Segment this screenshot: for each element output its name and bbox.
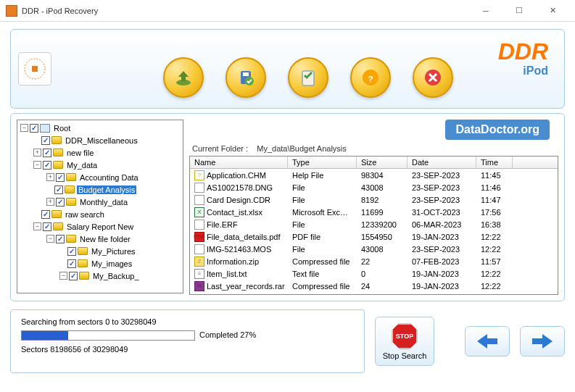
stop-search-button[interactable]: STOP Stop Search	[375, 317, 434, 366]
help-icon: ?	[194, 170, 204, 180]
tree-node[interactable]: −✓My_data	[19, 159, 181, 171]
tree-node[interactable]: −✓New file folder	[19, 233, 181, 245]
options-button[interactable]	[288, 57, 328, 98]
table-row[interactable]: File.ERFFile1233920006-MAR-202316:38	[190, 218, 558, 230]
col-time[interactable]: Time	[476, 157, 513, 168]
tree-checkbox[interactable]: ✓	[30, 124, 38, 133]
tree-label[interactable]: My_Pictures	[90, 247, 137, 256]
tree-expander[interactable]: −	[59, 272, 67, 280]
table-row[interactable]: AS10021578.DNGFile4300823-SEP-202311:46	[190, 181, 558, 193]
tree-checkbox[interactable]: ✓	[43, 161, 51, 170]
maximize-button[interactable]: ☐	[502, 0, 536, 22]
window-title: DDR - iPod Recovery	[22, 7, 469, 15]
file-type: File	[288, 183, 357, 192]
tree-label[interactable]: My_Backup_	[91, 272, 141, 280]
minimize-button[interactable]: ─	[469, 0, 502, 22]
bottom-panel: Searching from sectors 0 to 30298049 Com…	[10, 309, 565, 374]
tree-expander[interactable]: −	[33, 161, 41, 169]
tree-expander[interactable]: +	[46, 173, 54, 181]
tree-node[interactable]: +✓Monthly_data	[19, 196, 181, 208]
tree-expander[interactable]: −	[46, 235, 54, 243]
tree-label[interactable]: Salary Report New	[65, 222, 135, 231]
file-list[interactable]: Name Type Size Date Time ?Application.CH…	[189, 156, 558, 295]
stop-icon: STOP	[392, 323, 418, 349]
folder-tree[interactable]: −✓Root✓DDR_Miscellaneous+✓new file−✓My_d…	[17, 120, 183, 293]
progress-sectors: Sectors 8198656 of 30298049	[21, 345, 354, 354]
help-button[interactable]: ?	[350, 57, 391, 98]
folder-icon	[65, 185, 75, 193]
tree-node[interactable]: +✓new file	[19, 146, 181, 159]
rar-icon: R	[194, 281, 204, 291]
file-time: 12:22	[476, 282, 513, 291]
main-panel: −✓Root✓DDR_Miscellaneous+✓new file−✓My_d…	[10, 113, 565, 301]
folder-icon	[78, 259, 88, 267]
col-size[interactable]: Size	[357, 157, 408, 168]
tree-label[interactable]: My_images	[90, 259, 133, 268]
table-row[interactable]: ?Application.CHMHelp File9830423-SEP-202…	[190, 169, 558, 181]
table-row[interactable]: ZInformation.zipCompressed file2207-FEB-…	[190, 255, 558, 267]
file-name: Item_list.txt	[207, 270, 247, 278]
tree-label[interactable]: New file folder	[78, 235, 132, 243]
close-button[interactable]: ✕	[536, 0, 569, 22]
tree-node[interactable]: ✓DDR_Miscellaneous	[19, 134, 181, 146]
tree-checkbox[interactable]: ✓	[69, 272, 78, 280]
tree-label[interactable]: Root	[52, 124, 72, 133]
folder-icon	[53, 161, 63, 169]
tree-checkbox[interactable]: ✓	[43, 149, 51, 157]
table-row[interactable]: ≡Item_list.txtText file019-JAN-202312:22	[190, 267, 558, 280]
tree-node[interactable]: ✓raw search	[19, 208, 181, 220]
tree-checkbox[interactable]: ✓	[41, 210, 50, 219]
next-button[interactable]	[520, 326, 565, 356]
col-name[interactable]: Name	[190, 157, 288, 168]
cancel-button[interactable]	[413, 57, 453, 98]
col-date[interactable]: Date	[408, 157, 476, 168]
table-row[interactable]: IMG-521463.MOSFile4300823-SEP-202312:22	[190, 243, 558, 255]
file-time: 11:47	[476, 196, 513, 204]
file-date: 07-FEB-2023	[408, 257, 476, 266]
tree-label[interactable]: Accounting Data	[78, 173, 140, 182]
tree-checkbox[interactable]: ✓	[54, 185, 63, 194]
computer-icon	[40, 124, 50, 133]
tree-node[interactable]: ✓My_Pictures	[19, 245, 181, 257]
arrow-left-icon	[477, 334, 487, 349]
tree-expander[interactable]: +	[46, 198, 54, 206]
tree-node[interactable]: −✓My_Backup_	[19, 270, 181, 282]
tree-expander[interactable]: −	[20, 124, 28, 132]
tree-node[interactable]: ✓My_images	[19, 257, 181, 270]
table-row[interactable]: XContact_ist.xlsxMicrosoft Excel ...1169…	[190, 206, 558, 218]
tree-label[interactable]: DDR_Miscellaneous	[64, 136, 139, 145]
tree-label[interactable]: raw search	[64, 210, 106, 219]
tree-label[interactable]: new file	[65, 149, 95, 157]
progress-searching: Searching from sectors 0 to 30298049	[21, 317, 354, 326]
tree-expander[interactable]: −	[33, 222, 41, 230]
tree-checkbox[interactable]: ✓	[43, 222, 51, 231]
file-time: 11:46	[476, 183, 513, 192]
file-name: Contact_ist.xlsx	[207, 208, 262, 217]
tree-node[interactable]: +✓Accounting Data	[19, 171, 181, 183]
list-body[interactable]: ?Application.CHMHelp File9830423-SEP-202…	[190, 169, 558, 294]
tree-checkbox[interactable]: ✓	[56, 235, 65, 243]
folder-icon	[66, 173, 76, 181]
back-button[interactable]	[465, 326, 510, 356]
col-type[interactable]: Type	[288, 157, 357, 168]
tree-node[interactable]: −✓Salary Report New	[19, 220, 181, 233]
tree-node[interactable]: ✓Budget Analysis	[19, 183, 181, 196]
tree-checkbox[interactable]: ✓	[67, 247, 76, 256]
save-button[interactable]	[226, 57, 266, 98]
tree-label[interactable]: Budget Analysis	[77, 185, 136, 194]
table-row[interactable]: Card Design.CDRFile819223-SEP-202311:47	[190, 193, 558, 206]
tree-checkbox[interactable]: ✓	[56, 198, 65, 207]
tree-label[interactable]: My_data	[65, 161, 99, 170]
tree-node[interactable]: −✓Root	[19, 122, 181, 134]
file-icon	[194, 195, 204, 205]
tree-checkbox[interactable]: ✓	[41, 136, 50, 145]
tree-expander[interactable]: +	[33, 149, 41, 157]
tree-label[interactable]: Monthly_data	[78, 198, 129, 207]
tree-checkbox[interactable]: ✓	[56, 173, 65, 182]
list-header[interactable]: Name Type Size Date Time	[190, 157, 558, 169]
tree-checkbox[interactable]: ✓	[67, 259, 76, 268]
file-date: 23-SEP-2023	[408, 171, 476, 180]
recover-button[interactable]	[163, 57, 204, 98]
table-row[interactable]: PDFFile_data_details.pdfPDF file15549501…	[190, 230, 558, 243]
table-row[interactable]: RLast_year_records.rarCompressed file241…	[190, 280, 558, 292]
